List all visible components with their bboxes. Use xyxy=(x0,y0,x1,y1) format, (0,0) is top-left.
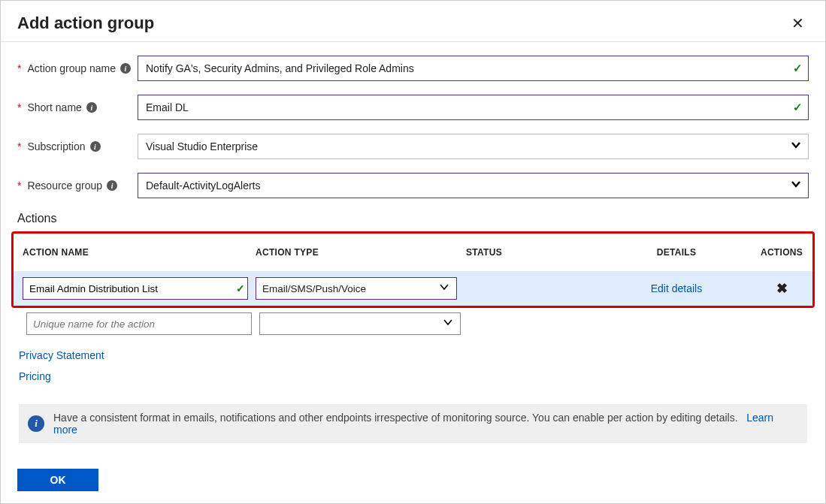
cell-action-name-blank xyxy=(26,312,259,335)
action-type-value: Email/SMS/Push/Voice xyxy=(262,283,366,294)
remove-action-icon[interactable]: ✖ xyxy=(744,280,819,297)
label-text: Resource group xyxy=(27,180,102,192)
action-type-select[interactable]: Email/SMS/Push/Voice xyxy=(256,277,457,300)
actions-section: Actions ACTION NAME ACTION TYPE STATUS D… xyxy=(17,212,809,443)
actions-section-title: Actions xyxy=(17,212,809,225)
form-area: * Action group name i ✓ * Short name i ✓ xyxy=(1,42,825,443)
blank-action-name-input[interactable] xyxy=(26,312,252,335)
cell-action-type: Email/SMS/Push/Voice xyxy=(256,277,457,300)
actions-table-header: ACTION NAME ACTION TYPE STATUS DETAILS A… xyxy=(14,234,812,271)
panel-title: Add action group xyxy=(17,14,154,33)
label-subscription: * Subscription i xyxy=(17,140,138,152)
required-marker: * xyxy=(17,101,21,113)
col-header-details: DETAILS xyxy=(609,247,744,258)
label-short-name: * Short name i xyxy=(17,101,138,113)
info-bar: i Have a consistent format in emails, no… xyxy=(19,404,807,443)
info-icon: i xyxy=(28,415,44,432)
blank-action-type-select[interactable] xyxy=(259,312,461,335)
action-group-name-input[interactable] xyxy=(138,56,809,81)
row-subscription: * Subscription i Visual Studio Enterpris… xyxy=(17,134,809,159)
field-short-name: ✓ xyxy=(138,95,809,120)
pricing-link[interactable]: Pricing xyxy=(19,370,51,382)
info-icon[interactable]: i xyxy=(107,180,117,191)
label-text: Short name xyxy=(27,101,81,113)
label-text: Action group name xyxy=(27,62,116,74)
actions-table-blank-row xyxy=(17,308,809,335)
validation-check-icon: ✓ xyxy=(793,101,803,114)
row-short-name: * Short name i ✓ xyxy=(17,95,809,120)
info-bar-message: Have a consistent format in emails, noti… xyxy=(53,412,738,424)
info-icon[interactable]: i xyxy=(90,141,101,152)
panel-header: Add action group ✕ xyxy=(1,1,825,42)
required-marker: * xyxy=(17,140,21,152)
footer-links: Privacy Statement Pricing xyxy=(17,335,809,383)
field-subscription: Visual Studio Enterprise xyxy=(138,134,809,159)
row-action-group-name: * Action group name i ✓ xyxy=(17,56,809,81)
cell-action-type-blank xyxy=(259,312,461,335)
label-action-group-name: * Action group name i xyxy=(17,62,138,74)
field-action-group-name: ✓ xyxy=(138,56,809,81)
subscription-value: Visual Studio Enterprise xyxy=(146,140,258,152)
close-icon[interactable]: ✕ xyxy=(787,13,809,34)
add-action-group-panel: Add action group ✕ * Action group name i… xyxy=(0,0,826,504)
short-name-input[interactable] xyxy=(138,95,809,120)
validation-check-icon: ✓ xyxy=(236,282,245,294)
action-name-input[interactable] xyxy=(23,277,248,300)
col-header-action-type: ACTION TYPE xyxy=(256,247,466,258)
edit-details-link[interactable]: Edit details xyxy=(609,282,744,294)
validation-check-icon: ✓ xyxy=(793,62,803,75)
info-bar-text: Have a consistent format in emails, noti… xyxy=(53,412,798,436)
privacy-statement-link[interactable]: Privacy Statement xyxy=(19,349,104,361)
info-icon[interactable]: i xyxy=(120,63,131,74)
label-resource-group: * Resource group i xyxy=(17,180,138,192)
cell-action-name: ✓ xyxy=(23,277,256,300)
required-marker: * xyxy=(17,62,21,74)
ok-button[interactable]: OK xyxy=(17,469,98,491)
resource-group-value: Default-ActivityLogAlerts xyxy=(146,180,261,192)
subscription-select[interactable]: Visual Studio Enterprise xyxy=(138,134,809,159)
footer: OK xyxy=(17,469,98,491)
col-header-action-name: ACTION NAME xyxy=(23,247,256,258)
actions-table-row: ✓ Email/SMS/Push/Voice Edit details ✖ xyxy=(14,271,812,306)
required-marker: * xyxy=(17,180,21,192)
col-header-actions: ACTIONS xyxy=(744,247,819,258)
row-resource-group: * Resource group i Default-ActivityLogAl… xyxy=(17,173,809,198)
info-icon[interactable]: i xyxy=(86,102,97,113)
resource-group-select[interactable]: Default-ActivityLogAlerts xyxy=(138,173,809,198)
label-text: Subscription xyxy=(27,140,85,152)
highlighted-actions-area: ACTION NAME ACTION TYPE STATUS DETAILS A… xyxy=(11,231,815,308)
col-header-status: STATUS xyxy=(466,247,609,258)
field-resource-group: Default-ActivityLogAlerts xyxy=(138,173,809,198)
